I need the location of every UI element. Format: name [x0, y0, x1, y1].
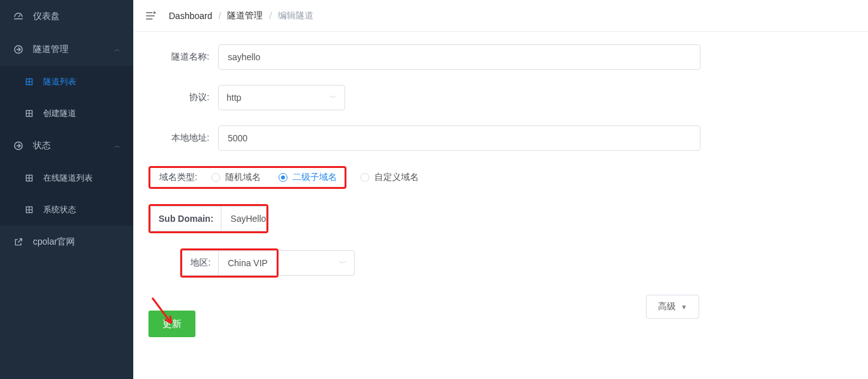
highlight-box-subdomain: Sub Domain: SayHello [148, 204, 268, 233]
sidebar-item-tunnel-list[interactable]: 隧道列表 [0, 66, 133, 98]
protocol-value: http [227, 93, 241, 103]
sidebar-item-dashboard[interactable]: 仪表盘 [0, 0, 133, 33]
circle-arrow-icon [13, 140, 24, 151]
breadcrumb-item-tunnel-manage[interactable]: 隧道管理 [227, 10, 263, 22]
sidebar-item-cpolar-site[interactable]: cpolar官网 [0, 226, 133, 259]
sidebar-group-label: 隧道管理 [33, 44, 69, 55]
region-select[interactable]: ﹀ [279, 250, 355, 276]
subdomain-label: Sub Domain: [151, 207, 221, 231]
caret-down-icon: ▼ [681, 304, 687, 311]
radio-label: 二级子域名 [293, 172, 337, 183]
sidebar-group-tunnel[interactable]: 隧道管理 ︿ [0, 33, 133, 66]
subdomain-input[interactable]: SayHello [221, 207, 266, 231]
breadcrumb-separator: / [269, 11, 272, 21]
sidebar-item-online-tunnels[interactable]: 在线隧道列表 [0, 162, 133, 194]
highlight-box-domain-type: 域名类型: 随机域名 二级子域名 [148, 166, 346, 189]
local-addr-label: 本地地址: [148, 132, 218, 144]
grid-icon [24, 173, 34, 183]
breadcrumb-item-edit-tunnel: 编辑隧道 [278, 10, 313, 22]
region-label: 地区: [183, 251, 219, 275]
external-link-icon [13, 236, 24, 248]
domain-type-label: 域名类型: [154, 172, 211, 183]
radio-circle-icon [211, 173, 220, 182]
protocol-label: 协议: [148, 92, 218, 103]
circle-arrow-icon [13, 44, 24, 55]
region-value: China VIP [228, 258, 268, 268]
radio-circle-icon [279, 173, 287, 182]
advanced-label: 高级 [658, 301, 676, 312]
menu-toggle-icon[interactable] [143, 9, 157, 23]
sidebar-item-tunnel-create[interactable]: 创建隧道 [0, 98, 133, 129]
update-button[interactable]: 更新 [148, 311, 195, 337]
grid-icon [24, 77, 34, 87]
chevron-up-icon: ︿ [114, 45, 121, 54]
sidebar-item-system-status[interactable]: 系统状态 [0, 194, 133, 226]
local-addr-value: 5000 [228, 133, 247, 143]
radio-subdomain[interactable]: 二级子域名 [279, 172, 337, 183]
sidebar-item-label: 创建隧道 [43, 108, 76, 119]
highlight-box-region: 地区: China VIP [180, 248, 279, 278]
sidebar: 仪表盘 隧道管理 ︿ 隧道列表 创建隧道 状态 [0, 0, 133, 379]
header: Dashboard / 隧道管理 / 编辑隧道 [133, 0, 868, 32]
subdomain-value: SayHello [230, 214, 266, 224]
radio-label: 自定义域名 [374, 172, 419, 183]
breadcrumb-separator: / [219, 11, 221, 21]
grid-icon [24, 108, 34, 119]
sidebar-group-status[interactable]: 状态 ︿ [0, 129, 133, 162]
radio-label: 随机域名 [225, 172, 261, 183]
tunnel-name-input[interactable]: sayhello [218, 44, 700, 70]
chevron-down-icon: ﹀ [339, 258, 346, 269]
dashboard-icon [13, 11, 24, 22]
protocol-select[interactable]: http ﹀ [218, 85, 345, 110]
chevron-down-icon: ﹀ [329, 93, 337, 103]
advanced-button[interactable]: 高级 ▼ [646, 295, 699, 319]
region-display: China VIP [219, 251, 277, 275]
radio-random-domain[interactable]: 随机域名 [211, 172, 261, 183]
sidebar-item-label: cpolar官网 [33, 236, 75, 248]
radio-circle-icon [360, 173, 369, 182]
sidebar-item-label: 隧道列表 [43, 76, 76, 87]
tunnel-name-value: sayhello [228, 52, 260, 62]
sidebar-item-label: 系统状态 [43, 204, 76, 215]
grid-icon [24, 205, 34, 215]
breadcrumb: Dashboard / 隧道管理 / 编辑隧道 [169, 10, 313, 22]
sidebar-item-label: 仪表盘 [33, 11, 60, 22]
radio-custom-domain[interactable]: 自定义域名 [360, 172, 419, 183]
tunnel-name-label: 隧道名称: [148, 51, 218, 63]
sidebar-item-label: 在线隧道列表 [43, 172, 93, 184]
chevron-up-icon: ︿ [114, 141, 121, 150]
breadcrumb-item-dashboard[interactable]: Dashboard [169, 11, 213, 21]
local-addr-input[interactable]: 5000 [218, 125, 700, 151]
sidebar-group-label: 状态 [33, 140, 51, 151]
form-content: 隧道名称: sayhello 协议: http ﹀ 本地地址: 5000 [133, 32, 868, 350]
